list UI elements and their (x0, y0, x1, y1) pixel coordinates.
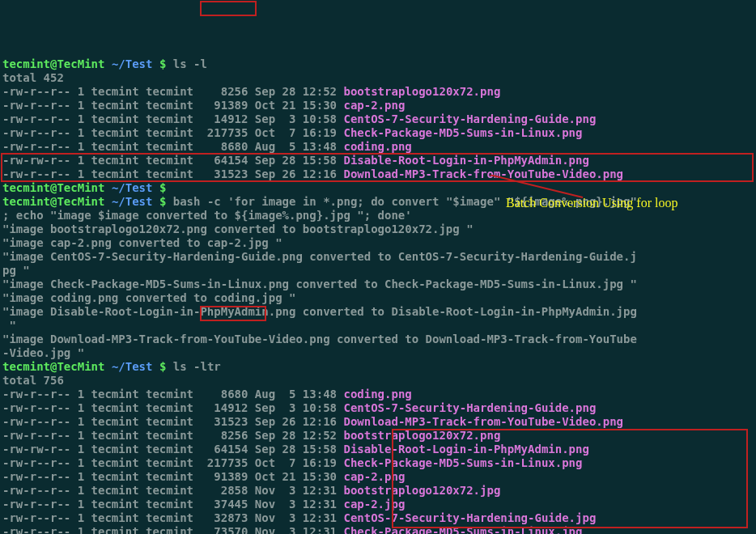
ls-row-meta: -rw-r--r-- 1 tecmint tecmint 73570 Nov 3… (2, 525, 337, 534)
ls-row-filename: cap-2.png (343, 470, 405, 483)
ls-row-meta: -rw-r--r-- 1 tecmint tecmint 37445 Nov 3… (2, 498, 337, 511)
echo-output: "image Check-Package-MD5-Sums-in-Linux.p… (2, 278, 637, 290)
highlight-box-cmd1 (200, 1, 257, 16)
ls-row-meta: -rw-r--r-- 1 tecmint tecmint 217735 Oct … (2, 126, 337, 139)
ls-row-meta: -rw-r--r-- 1 tecmint tecmint 31523 Sep 2… (2, 167, 337, 180)
ls-row-meta: -rw-r--r-- 1 tecmint tecmint 8680 Aug 5 … (2, 388, 337, 400)
prompt-user: tecmint@TecMint (2, 360, 104, 373)
echo-output: "image cap-2.png converted to cap-2.jpg … (2, 236, 282, 249)
echo-output: -Video.jpg " (2, 346, 84, 359)
prompt-dollar: $ (152, 181, 166, 194)
ls-row-filename: CentOS-7-Security-Hardening-Guide.png (343, 401, 596, 414)
prompt-path: ~/Test (112, 360, 153, 373)
prompt-dollar: $ (152, 360, 166, 373)
ls-row-meta: -rw-rw-r-- 1 tecmint tecmint 64154 Sep 2… (2, 443, 337, 456)
ls-row-filename: Download-MP3-Track-from-YouTube-Video.pn… (343, 415, 623, 428)
ls-row-meta: -rw-r--r-- 1 tecmint tecmint 14912 Sep 3… (2, 401, 337, 414)
command-input[interactable]: ls -ltr (173, 360, 221, 373)
ls-row-filename: cap-2.png (343, 99, 405, 112)
ls-row-filename: CentOS-7-Security-Hardening-Guide.jpg (343, 511, 596, 524)
echo-output: pg " (2, 264, 30, 277)
ls-row-meta: -rw-r--r-- 1 tecmint tecmint 8680 Aug 5 … (2, 140, 337, 153)
ls-row-meta: -rw-r--r-- 1 tecmint tecmint 14912 Sep 3… (2, 112, 337, 125)
prompt-user: tecmint@TecMint (2, 57, 104, 70)
ls-row-filename: Disable-Root-Login-in-PhpMyAdmin.png (343, 154, 588, 167)
prompt-user: tecmint@TecMint (2, 195, 104, 208)
terminal[interactable]: tecmint@TecMint ~/Test $ ls -l total 452… (2, 57, 754, 534)
ls-row-filename: coding.png (343, 140, 411, 153)
echo-output: "image CentOS-7-Security-Hardening-Guide… (2, 250, 637, 263)
total-line: total 756 (2, 374, 64, 387)
ls-row-filename: Check-Package-MD5-Sums-in-Linux.png (343, 126, 582, 139)
ls-row-filename: Check-Package-MD5-Sums-in-Linux.png (343, 456, 582, 469)
ls-row-meta: -rw-r--r-- 1 tecmint tecmint 31523 Sep 2… (2, 415, 337, 428)
echo-output: "image Download-MP3-Track-from-YouTube-V… (2, 333, 637, 345)
prompt-user: tecmint@TecMint (2, 181, 104, 194)
ls-row-filename: cap-2.jpg (343, 498, 405, 511)
ls-row-meta: -rw-r--r-- 1 tecmint tecmint 2858 Nov 3 … (2, 484, 337, 497)
echo-output: "image bootstraplogo120x72.png converted… (2, 222, 474, 235)
ls-row-filename: bootstraplogo120x72.png (343, 429, 500, 442)
echo-output: "image coding.png converted to coding.jp… (2, 291, 295, 304)
prompt-dollar: $ (152, 57, 166, 70)
prompt-dollar: $ (152, 195, 166, 208)
ls-row-filename: Check-Package-MD5-Sums-in-Linux.jpg (343, 525, 582, 534)
ls-row-meta: -rw-r--r-- 1 tecmint tecmint 8256 Sep 28… (2, 85, 337, 98)
command-input[interactable]: ls -l (173, 57, 207, 70)
echo-output: " (2, 319, 16, 332)
ls-row-filename: Download-MP3-Track-from-YouTube-Video.pn… (343, 167, 623, 180)
ls-row-filename: coding.png (343, 388, 411, 400)
ls-row-meta: -rw-rw-r-- 1 tecmint tecmint 64154 Sep 2… (2, 154, 337, 167)
prompt-path: ~/Test (112, 195, 153, 208)
ls-row-meta: -rw-r--r-- 1 tecmint tecmint 91389 Oct 2… (2, 99, 337, 112)
prompt-path: ~/Test (112, 181, 153, 194)
ls-row-meta: -rw-r--r-- 1 tecmint tecmint 217735 Oct … (2, 456, 337, 469)
ls-row-filename: bootstraplogo120x72.jpg (343, 484, 500, 497)
ls-row-filename: bootstraplogo120x72.png (343, 85, 500, 98)
total-line: total 452 (2, 71, 64, 84)
ls-row-meta: -rw-r--r-- 1 tecmint tecmint 8256 Sep 28… (2, 429, 337, 442)
prompt-path: ~/Test (112, 57, 153, 70)
ls-row-meta: -rw-r--r-- 1 tecmint tecmint 91389 Oct 2… (2, 470, 337, 483)
echo-output: "image Disable-Root-Login-in-PhpMyAdmin.… (2, 305, 637, 318)
ls-row-meta: -rw-r--r-- 1 tecmint tecmint 32873 Nov 3… (2, 511, 337, 524)
ls-row-filename: CentOS-7-Security-Hardening-Guide.png (343, 112, 596, 125)
ls-row-filename: Disable-Root-Login-in-PhpMyAdmin.png (343, 443, 588, 456)
